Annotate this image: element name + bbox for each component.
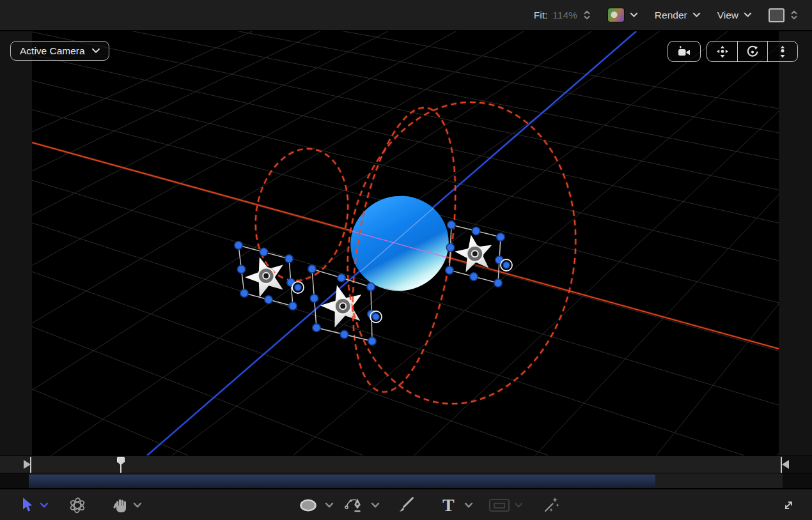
shape-tool-popup[interactable]	[325, 489, 334, 520]
playhead[interactable]	[117, 456, 125, 473]
zoom-value: 114%	[552, 10, 577, 21]
orbit-icon	[745, 44, 760, 59]
bezier-pen-tool[interactable]	[344, 489, 364, 520]
camera-popup-label: Active Camera	[20, 45, 85, 57]
fit-label: Fit:	[534, 10, 548, 21]
selection-handle[interactable]	[448, 221, 455, 229]
anchor-point-inner	[263, 273, 269, 279]
zoom-level-control[interactable]: Fit: 114%	[534, 10, 591, 21]
text-tool-icon: T	[442, 496, 455, 514]
select-transform-tool[interactable]	[20, 489, 35, 520]
rotation-handle[interactable]	[295, 284, 301, 291]
chevron-down-icon	[692, 12, 701, 18]
chevron-down-icon	[514, 502, 523, 509]
chevron-down-icon	[40, 502, 49, 509]
selection-handle[interactable]	[497, 233, 504, 241]
selection-bounding-box[interactable]	[446, 221, 512, 287]
selection-handle[interactable]	[260, 248, 267, 256]
layout-stepper-icon	[790, 10, 798, 20]
color-channels-icon	[607, 8, 625, 22]
mask-tool-disabled	[487, 489, 511, 520]
pan-view-button[interactable]	[707, 42, 737, 61]
selection-handle[interactable]	[240, 289, 248, 297]
selection-handle[interactable]	[313, 324, 320, 332]
3d-transform-tool[interactable]	[68, 489, 87, 520]
selection-handle[interactable]	[237, 265, 245, 273]
selection-handle[interactable]	[340, 330, 348, 338]
selection-handle[interactable]	[265, 296, 272, 303]
channels-popup[interactable]	[607, 8, 638, 22]
text-tool-popup[interactable]	[464, 489, 473, 520]
selection-handle[interactable]	[470, 273, 478, 280]
adjust-item-tool[interactable]	[541, 489, 560, 520]
selection-handle[interactable]	[446, 243, 454, 251]
selection-handle[interactable]	[368, 337, 376, 345]
anchor-point-inner	[340, 303, 346, 309]
paint-brush-icon	[396, 496, 416, 515]
chevron-down-icon	[325, 502, 334, 509]
selection-handle[interactable]	[285, 255, 293, 263]
canvas-area: Active Camera	[0, 31, 812, 455]
chevron-down-icon	[464, 502, 473, 509]
playhead-stem	[120, 464, 121, 473]
arrow-cursor-icon	[20, 497, 35, 514]
3d-view-tools	[668, 41, 798, 62]
dolly-icon	[775, 44, 790, 59]
magic-wand-icon	[541, 496, 560, 515]
canvas-3d-scene[interactable]	[32, 31, 779, 455]
mini-timeline[interactable]	[0, 473, 812, 488]
rotation-handle[interactable]	[503, 262, 510, 268]
play-range-out-marker[interactable]	[782, 460, 789, 469]
chevron-down-icon	[371, 502, 380, 509]
chevron-down-icon	[630, 12, 638, 18]
dolly-view-button[interactable]	[767, 42, 797, 61]
selection-handle[interactable]	[446, 266, 453, 274]
camera-popup-button[interactable]: Active Camera	[10, 41, 109, 61]
camera-button[interactable]	[668, 41, 701, 62]
rectangle-mask-icon	[487, 496, 511, 514]
text-tool[interactable]: T	[442, 489, 455, 520]
camera-move-tools	[707, 41, 798, 62]
canvas-display-toolbar: Fit: 114% Render View	[0, 0, 812, 31]
timeline-ruler[interactable]	[0, 455, 812, 473]
window-layout-icon	[769, 8, 785, 22]
anchor-point-inner	[472, 250, 478, 257]
selection-handle[interactable]	[235, 241, 242, 249]
paint-stroke-tool[interactable]	[396, 489, 416, 520]
shape-tool[interactable]	[298, 489, 318, 520]
select-tool-popup[interactable]	[40, 489, 49, 520]
chevron-down-icon	[133, 502, 142, 509]
render-menu-label: Render	[655, 10, 687, 21]
window-layout-control[interactable]	[769, 8, 798, 22]
view-menu-label: View	[717, 10, 738, 21]
selection-handle[interactable]	[472, 227, 480, 234]
selection-handle[interactable]	[367, 283, 375, 291]
mask-tool-popup-disabled	[514, 489, 523, 520]
pan-icon	[715, 44, 730, 59]
resize-diagonal-icon	[780, 497, 797, 514]
selection-handle[interactable]	[494, 279, 502, 287]
pen-tool-icon	[344, 496, 364, 515]
canvas-toolbar: T	[0, 488, 812, 520]
hand-icon	[113, 497, 129, 514]
chevron-down-icon	[91, 48, 100, 54]
toggle-timeline-button[interactable]	[780, 489, 797, 520]
pan-canvas-tool[interactable]	[113, 489, 129, 520]
orbit-view-button[interactable]	[737, 42, 767, 61]
pan-tool-popup[interactable]	[133, 489, 142, 520]
selection-handle[interactable]	[310, 294, 318, 302]
video-camera-icon	[676, 45, 692, 59]
zoom-stepper-icon[interactable]	[583, 10, 591, 20]
rotation-handle[interactable]	[373, 314, 379, 320]
motion-app-window: Fit: 114% Render View	[0, 0, 812, 520]
play-range-bar[interactable]	[29, 475, 655, 487]
view-menu[interactable]: View	[717, 10, 752, 21]
render-menu[interactable]: Render	[655, 10, 701, 21]
selection-handle[interactable]	[289, 302, 297, 310]
chevron-down-icon	[744, 12, 752, 18]
selection-handle[interactable]	[338, 274, 345, 282]
grid-line	[136, 31, 779, 455]
canvas-viewport[interactable]	[32, 31, 779, 455]
selection-handle[interactable]	[308, 265, 316, 273]
pen-tool-popup[interactable]	[371, 489, 380, 520]
